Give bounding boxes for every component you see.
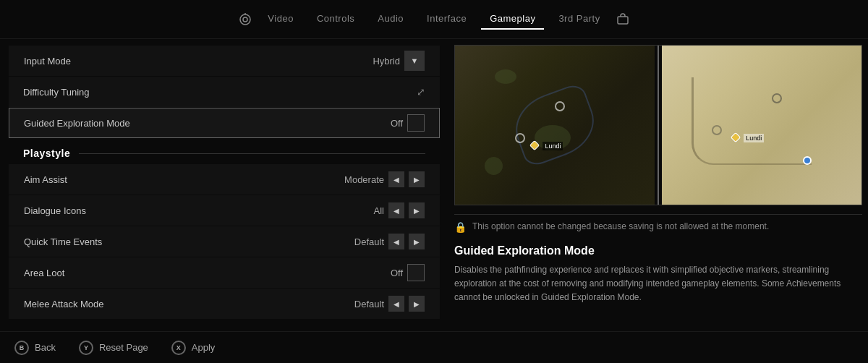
dialogue-icons-label: Dialogue Icons (24, 205, 86, 216)
dialogue-icons-value: All (374, 205, 384, 216)
melee-attack-mode-controls: Default ◀ ▶ (354, 296, 425, 312)
nav-item-gameplay[interactable]: Gameplay (481, 9, 544, 30)
dialogue-icons-prev[interactable]: ◀ (388, 202, 404, 218)
aim-assist-next[interactable]: ▶ (409, 171, 425, 187)
left-panel: Input Mode Hybrid ▼ Difficulty Tuning ⤢ … (0, 39, 448, 331)
map-divider (658, 46, 659, 205)
nav-item-video[interactable]: Video (259, 9, 302, 30)
apply-label: Apply (192, 342, 216, 353)
nav-icon-left (237, 12, 253, 27)
aim-assist-row[interactable]: Aim Assist Moderate ◀ ▶ (9, 164, 440, 195)
dialogue-icons-row[interactable]: Dialogue Icons All ◀ ▶ (9, 195, 440, 226)
main-content: Input Mode Hybrid ▼ Difficulty Tuning ⤢ … (0, 39, 868, 331)
quick-time-events-row[interactable]: Quick Time Events Default ◀ ▶ (9, 226, 440, 257)
playstyle-title: Playstyle (23, 148, 70, 159)
quick-time-events-prev[interactable]: ◀ (388, 234, 404, 249)
difficulty-tuning-label: Difficulty Tuning (23, 87, 90, 98)
nav-item-interface[interactable]: Interface (418, 9, 475, 30)
notice-text: This option cannot be changed because sa… (472, 221, 769, 233)
back-label: Back (35, 342, 56, 353)
melee-attack-mode-label: Melee Attack Mode (24, 299, 104, 309)
playstyle-section-header: Playstyle (9, 139, 440, 163)
top-navigation: Video Controls Audio Interface Gameplay … (0, 0, 868, 39)
area-loot-toggle[interactable] (407, 264, 425, 281)
nav-item-controls[interactable]: Controls (308, 9, 363, 30)
area-loot-controls: Off (391, 264, 425, 281)
map-preview: Lundi Lundi (454, 45, 862, 205)
area-loot-value: Off (391, 268, 403, 278)
aim-assist-controls: Moderate ◀ ▶ (344, 171, 425, 187)
back-icon: B (14, 341, 29, 355)
quick-time-events-controls: Default ◀ ▶ (354, 234, 425, 249)
svg-point-0 (240, 14, 250, 25)
guided-exploration-row[interactable]: Guided Exploration Mode Off (9, 108, 440, 138)
input-mode-row[interactable]: Input Mode Hybrid ▼ (9, 46, 440, 76)
melee-attack-mode-next[interactable]: ▶ (409, 296, 425, 312)
nav-item-3rdparty[interactable]: 3rd Party (550, 9, 608, 30)
reset-action[interactable]: Y Reset Page (79, 341, 148, 355)
guided-exploration-controls: Off (391, 114, 425, 132)
quick-time-events-label: Quick Time Events (24, 236, 102, 247)
bottom-bar: B Back Y Reset Page X Apply (0, 331, 868, 363)
lock-icon: 🔒 (454, 221, 467, 233)
quick-time-events-next[interactable]: ▶ (409, 234, 425, 249)
map-preview-right: Lundi (662, 46, 861, 205)
nav-item-audio[interactable]: Audio (369, 9, 412, 30)
quick-time-events-value: Default (354, 236, 384, 247)
back-action[interactable]: B Back (14, 341, 56, 355)
svg-rect-3 (618, 17, 628, 24)
description-title: Guided Exploration Mode (454, 244, 862, 257)
melee-attack-mode-value: Default (354, 299, 384, 309)
difficulty-expand-icon: ⤢ (417, 86, 425, 98)
input-mode-value: Hybrid (373, 56, 400, 67)
dialogue-icons-next[interactable]: ▶ (409, 202, 425, 218)
input-mode-label: Input Mode (24, 56, 71, 67)
area-loot-row[interactable]: Area Loot Off (9, 257, 440, 288)
map-preview-left: Lundi (455, 46, 655, 205)
reset-label: Reset Page (99, 342, 148, 353)
melee-attack-mode-prev[interactable]: ◀ (388, 296, 404, 312)
description-body: Disables the pathfinding experience and … (454, 263, 862, 305)
notice-box: 🔒 This option cannot be changed because … (454, 214, 862, 239)
difficulty-tuning-row[interactable]: Difficulty Tuning ⤢ (9, 77, 440, 107)
nav-icon-right (615, 12, 631, 27)
right-panel: Lundi Lundi 🔒 This opt (448, 39, 868, 331)
aim-assist-prev[interactable]: ◀ (388, 171, 404, 187)
input-mode-dropdown[interactable]: ▼ (404, 51, 425, 71)
dialogue-icons-controls: All ◀ ▶ (374, 202, 425, 218)
input-mode-controls: Hybrid ▼ (373, 51, 425, 71)
guided-exploration-label: Guided Exploration Mode (24, 118, 130, 129)
area-loot-label: Area Loot (24, 268, 64, 278)
aim-assist-label: Aim Assist (24, 174, 67, 185)
melee-attack-mode-row[interactable]: Melee Attack Mode Default ◀ ▶ (9, 289, 440, 319)
reset-icon: Y (79, 341, 93, 355)
svg-point-1 (243, 17, 247, 22)
guided-exploration-toggle[interactable] (407, 114, 425, 132)
guided-exploration-value: Off (391, 118, 403, 129)
apply-icon: X (171, 341, 186, 355)
section-divider (79, 153, 425, 154)
aim-assist-value: Moderate (344, 174, 384, 185)
apply-action[interactable]: X Apply (171, 341, 216, 355)
